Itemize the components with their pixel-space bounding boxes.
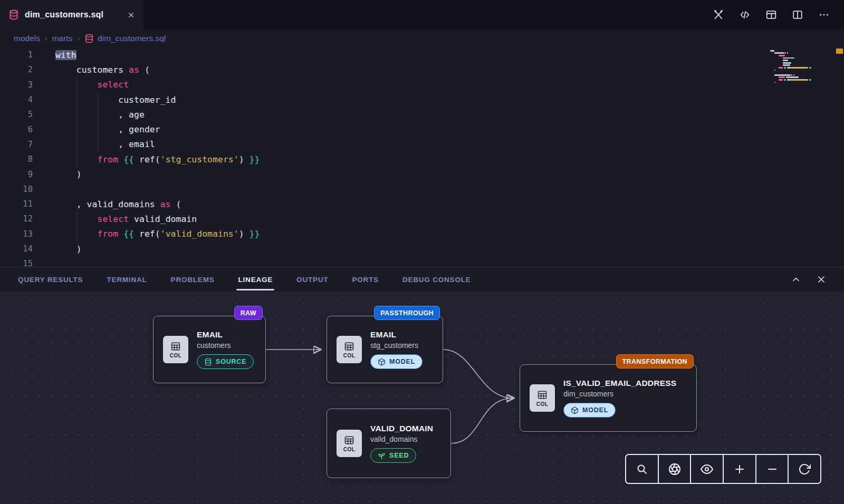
code-text: , email [55, 139, 155, 149]
code-line: 9 ) [0, 167, 844, 181]
titlebar-code-tags-button[interactable] [737, 7, 752, 22]
column-chip: COL [337, 336, 362, 363]
close-icon [127, 11, 135, 19]
titlebar-actions [711, 0, 844, 30]
cube-icon [571, 406, 579, 414]
node-tag-passthrough: PASSTHROUGH [374, 306, 440, 320]
node-title: VALID_DOMAIN [370, 424, 433, 433]
titlebar: dim_customers.sql [0, 0, 844, 30]
breadcrumb-item-models[interactable]: models [14, 34, 40, 43]
line-number: 10 [0, 185, 55, 194]
code-line: 12 select valid_domain [0, 211, 844, 226]
refresh-icon [798, 463, 811, 476]
code-line: 8 from {{ ref('stg_customers') }} [0, 152, 844, 167]
line-number: 9 [0, 170, 55, 179]
lineage-toolbar [625, 454, 821, 484]
panel-close-button[interactable] [814, 273, 828, 286]
titlebar-crossed-tools-button[interactable] [711, 7, 726, 22]
seedling-icon [378, 452, 386, 460]
panel-tab-lineage[interactable]: LINEAGE [238, 276, 273, 284]
titlebar-more-button[interactable] [817, 7, 831, 22]
minus-icon [766, 463, 779, 476]
line-number: 1 [0, 50, 55, 60]
panel-tab-debug-console[interactable]: DEBUG CONSOLE [402, 276, 471, 284]
tab-close-button[interactable] [127, 11, 135, 19]
tab-title: dim_customers.sql [25, 10, 103, 20]
panel-tab-ports[interactable]: PORTS [352, 276, 379, 284]
breadcrumb-separator: › [45, 34, 47, 43]
code-text: customer_id [55, 95, 176, 105]
titlebar-layout-table-button[interactable] [764, 7, 779, 22]
line-number: 14 [0, 244, 55, 254]
lineage-minus-button[interactable] [755, 455, 788, 483]
lineage-search-button[interactable] [626, 455, 658, 483]
badge-label: SOURCE [216, 358, 246, 365]
badge-label: MODEL [389, 358, 415, 365]
table-icon [344, 341, 354, 352]
lineage-refresh-button[interactable] [788, 455, 820, 483]
code-text: ) [55, 244, 82, 254]
breadcrumb-item-dim_customers-sql[interactable]: dim_customers.sql [84, 34, 166, 43]
lineage-eye-button[interactable] [690, 455, 723, 483]
more-icon [818, 9, 830, 21]
layout-table-icon [765, 9, 777, 21]
node-subtitle: stg_customers [370, 341, 418, 350]
code-line: 11 , valid_domains as ( [0, 197, 844, 211]
panel-tab-problems[interactable]: PROBLEMS [171, 276, 215, 284]
column-chip-label: COL [536, 401, 549, 407]
database-icon [8, 9, 19, 20]
panel-chevron-up-button[interactable] [789, 273, 803, 286]
database-icon [84, 34, 94, 43]
minimap-warning-marker [836, 49, 843, 54]
lineage-node-dim_customers[interactable]: TRANSFORMATIONCOLIS_VALID_EMAIL_ADDRESSd… [520, 364, 697, 432]
breadcrumb-item-marts[interactable]: marts [52, 34, 73, 43]
node-text: IS_VALID_EMAIL_ADDRESSdim_customersMODEL [563, 379, 676, 418]
editor-tab[interactable]: dim_customers.sql [0, 0, 143, 30]
minimap[interactable] [770, 50, 825, 86]
lineage-aperture-button[interactable] [658, 455, 690, 483]
code-line: 14 ) [0, 241, 844, 256]
lineage-plus-button[interactable] [723, 455, 755, 483]
code-tags-icon [739, 9, 751, 21]
crossed-tools-icon [713, 9, 724, 21]
lineage-canvas[interactable]: RAWCOLEMAILcustomersSOURCEPASSTHROUGHCOL… [0, 292, 844, 504]
badge-label: MODEL [582, 406, 608, 414]
plus-icon [733, 463, 746, 476]
lineage-node-valid_domains[interactable]: COLVALID_DOMAINvalid_domainsSEED [327, 409, 451, 478]
column-chip: COL [163, 336, 188, 363]
panel-actions [789, 273, 828, 286]
editor[interactable]: 1with2 customers as (3 select4 customer_… [0, 47, 844, 267]
column-chip: COL [337, 430, 362, 457]
panel-tabbar: QUERY RESULTSTERMINALPROBLEMSLINEAGEOUTP… [0, 267, 844, 292]
panel-tab-output[interactable]: OUTPUT [296, 276, 328, 284]
line-number: 4 [0, 95, 55, 104]
line-number: 2 [0, 65, 55, 74]
code-line: 2 customers as ( [0, 62, 844, 77]
titlebar-split-editor-button[interactable] [790, 7, 805, 22]
code-line: 1with [0, 47, 844, 62]
node-badge-model: MODEL [370, 354, 423, 369]
code-line: 13 from {{ ref('valid_domains') }} [0, 227, 844, 241]
search-icon [636, 463, 648, 476]
lineage-node-stg_customers[interactable]: PASSTHROUGHCOLEMAILstg_customersMODEL [327, 316, 443, 383]
breadcrumb-label: marts [52, 34, 73, 43]
node-text: EMAILcustomersSOURCE [197, 330, 254, 369]
panel-tab-terminal[interactable]: TERMINAL [107, 276, 147, 284]
code-text: with [55, 50, 76, 60]
column-chip-label: COL [343, 353, 356, 358]
lineage-edge-valid_domains-to-dim_customers [451, 398, 513, 443]
code-line: 5 , age [0, 107, 844, 122]
column-chip: COL [530, 384, 555, 412]
node-badge-source: SOURCE [197, 354, 254, 369]
line-number: 6 [0, 125, 55, 134]
breadcrumb: models›marts›dim_customers.sql [0, 30, 844, 47]
badge-label: SEED [389, 452, 409, 459]
table-icon [170, 341, 181, 352]
code-text: , gender [55, 124, 160, 134]
code-text: , valid_domains as ( [55, 199, 181, 209]
panel-tab-query-results[interactable]: QUERY RESULTS [18, 276, 83, 284]
line-number: 11 [0, 199, 55, 209]
indent-guide [76, 211, 77, 241]
lineage-node-customers[interactable]: RAWCOLEMAILcustomersSOURCE [153, 316, 266, 383]
code-line: 6 , gender [0, 122, 844, 137]
